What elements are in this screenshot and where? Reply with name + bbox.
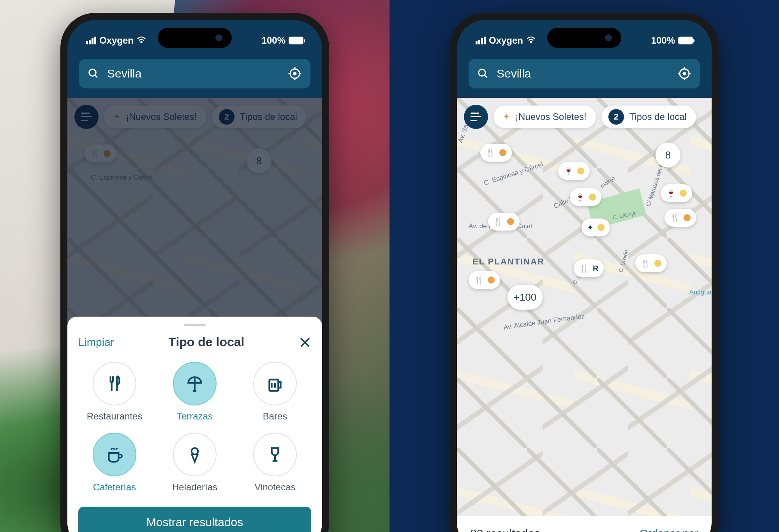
wifi-icon — [137, 35, 146, 46]
fork-knife-icon: 🍴 — [493, 217, 503, 226]
battery-percent: 100% — [262, 35, 286, 46]
map-marker-wine[interactable]: 🍷 — [570, 188, 601, 206]
sparkle-icon: ✦ — [503, 112, 510, 122]
category-heladerias[interactable]: Heladerías — [159, 433, 231, 493]
search-icon — [477, 68, 489, 79]
close-sheet-button[interactable] — [299, 336, 311, 349]
chip-count-badge: 2 — [608, 109, 624, 125]
marker-rating-dot — [654, 260, 661, 267]
category-terrazas[interactable]: Terrazas — [159, 362, 231, 422]
phone-notch — [547, 28, 621, 48]
fork-knife-icon — [105, 374, 124, 393]
chip-nuevos-soletes[interactable]: ✦ ¡Nuevos Soletes! — [493, 106, 596, 128]
map-marker-wine[interactable]: 🍷 — [558, 162, 590, 180]
coffee-icon — [105, 445, 124, 464]
map-area[interactable]: ✦ ¡Nuevos Soletes! 2 Tipos de local Av. … — [457, 98, 712, 516]
battery-icon — [289, 37, 303, 44]
category-label: Terrazas — [177, 411, 213, 422]
category-vinotecas[interactable]: Vinotecas — [239, 433, 311, 493]
svg-point-17 — [683, 72, 686, 75]
category-cafeterias[interactable]: Cafeterías — [78, 433, 151, 493]
signal-icon — [476, 37, 486, 44]
street-label: Antigua — [689, 289, 712, 296]
results-count: 83 resultados — [470, 527, 540, 532]
svg-point-12 — [192, 448, 198, 454]
left-mockup-panel: Oxygen 100% — [0, 0, 390, 532]
sort-button[interactable]: Ordenar por — [640, 527, 698, 532]
svg-point-14 — [479, 69, 486, 76]
battery-percent: 100% — [651, 35, 675, 46]
marker-rating-dot — [499, 149, 506, 156]
battery-icon — [678, 37, 693, 44]
category-label: Heladerías — [172, 482, 217, 493]
svg-point-4 — [294, 72, 296, 75]
phone-notch — [158, 28, 232, 48]
carrier-label: Oxygen — [489, 35, 523, 46]
category-bares[interactable]: Bares — [239, 362, 311, 422]
locate-icon[interactable] — [288, 67, 302, 81]
map-marker-restaurant[interactable]: 🍴 — [480, 144, 512, 162]
phone-frame-right: Oxygen 100% — [450, 13, 719, 532]
phone-frame-left: Oxygen 100% — [60, 13, 329, 532]
neighborhood-label: EL PLANTINAR — [472, 257, 545, 267]
svg-line-2 — [95, 75, 97, 78]
search-icon — [88, 68, 99, 79]
fork-knife-icon: 🍴 — [579, 264, 589, 273]
category-label: Cafeterías — [93, 482, 136, 493]
chip-label: Tipos de local — [629, 111, 687, 122]
search-input-value: Sevilla — [497, 67, 670, 80]
chip-tipos-de-local[interactable]: 2 Tipos de local — [601, 106, 696, 128]
map-marker-recommended[interactable]: 🍴 R — [574, 259, 604, 277]
marker-rating-dot — [488, 277, 495, 284]
wine-icon — [265, 445, 285, 464]
svg-point-0 — [141, 41, 142, 42]
fork-knife-icon: 🍴 — [486, 148, 495, 157]
map-marker-special[interactable]: ✦ — [582, 218, 610, 236]
beer-icon — [265, 374, 285, 393]
map-cluster[interactable]: +100 — [508, 285, 543, 310]
category-restaurantes[interactable]: Restaurantes — [78, 362, 151, 422]
map-marker-restaurant[interactable]: 🍴 — [664, 209, 696, 227]
map-marker-restaurant[interactable]: 🍴 — [635, 254, 667, 272]
search-bar[interactable]: Sevilla — [79, 59, 310, 88]
sheet-title: Tipo de local — [168, 335, 244, 349]
wine-icon: 🍷 — [564, 166, 573, 176]
search-bar[interactable]: Sevilla — [469, 59, 700, 88]
carrier-label: Oxygen — [99, 35, 134, 46]
show-results-button[interactable]: Mostrar resultados — [78, 507, 311, 532]
locate-icon[interactable] — [677, 67, 691, 81]
r-badge-icon: R — [593, 264, 598, 273]
fork-knife-icon: 🍴 — [474, 275, 484, 285]
sheet-drag-handle[interactable] — [184, 324, 206, 326]
wine-icon: 🍷 — [666, 188, 676, 198]
map-marker-restaurant[interactable]: 🍴 — [469, 271, 500, 289]
chip-label: ¡Nuevos Soletes! — [515, 111, 587, 122]
map-marker-wine[interactable]: 🍷 — [661, 184, 692, 202]
wine-icon: 🍷 — [575, 192, 585, 202]
signal-icon — [86, 37, 96, 44]
category-label: Vinotecas — [255, 482, 296, 493]
clear-filters-button[interactable]: Limpiar — [78, 336, 114, 349]
umbrella-icon — [185, 374, 204, 393]
marker-rating-dot — [684, 214, 691, 221]
marker-rating-dot — [507, 218, 514, 225]
svg-point-1 — [89, 69, 96, 76]
marker-rating-dot — [589, 194, 596, 201]
map-marker-restaurant[interactable]: 🍴 — [488, 213, 520, 231]
right-mockup-panel: Oxygen 100% — [390, 0, 779, 532]
category-label: Restaurantes — [87, 411, 143, 422]
filter-settings-button[interactable] — [464, 105, 488, 129]
results-bar: 83 resultados Ordenar por — [457, 516, 712, 532]
svg-line-15 — [485, 75, 487, 78]
svg-point-13 — [530, 41, 532, 42]
special-icon: ✦ — [587, 223, 594, 232]
map-cluster[interactable]: 8 — [656, 143, 680, 167]
ice-cream-icon — [185, 445, 204, 464]
filter-bottom-sheet: Limpiar Tipo de local Restaurantes — [67, 317, 322, 532]
wifi-icon — [526, 35, 536, 46]
fork-knife-icon: 🍴 — [641, 259, 650, 268]
svg-rect-11 — [269, 380, 278, 391]
fork-knife-icon: 🍴 — [670, 213, 680, 222]
marker-rating-dot — [577, 167, 584, 174]
search-input-value: Sevilla — [107, 67, 280, 80]
